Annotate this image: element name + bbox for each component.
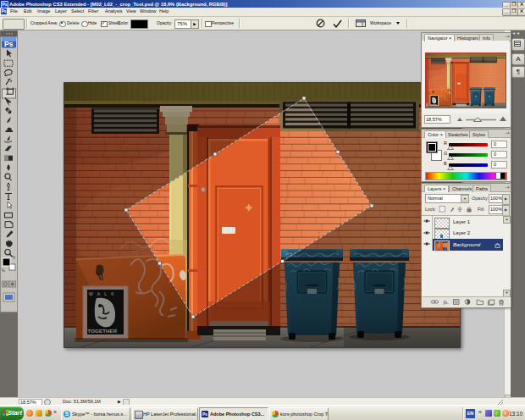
svg-text:fx.: fx.: [444, 299, 450, 305]
svg-text:Ps: Ps: [4, 40, 14, 48]
